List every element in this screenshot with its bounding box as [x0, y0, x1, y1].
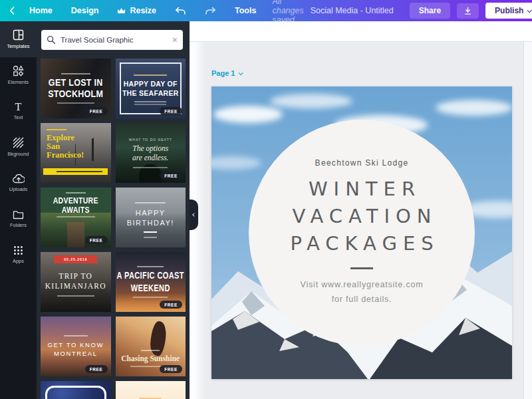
sidebar-item-label: Uploads: [9, 186, 28, 192]
design-details-text[interactable]: Visit www.reallygreatsite.com: [301, 278, 424, 293]
download-button[interactable]: [457, 3, 479, 19]
apps-grid-icon: [13, 245, 23, 255]
text-icon: T: [15, 102, 22, 112]
thumb-text: TRIP TO KILIMANJARO: [41, 252, 111, 312]
design-title-line[interactable]: PACKAGES: [284, 230, 439, 257]
design-divider: [350, 267, 373, 269]
menu-home-label: Home: [29, 6, 53, 15]
template-thumb[interactable]: HAPPY BIRTHDAY!: [116, 188, 186, 247]
thumb-title: A PACIFIC COAST WEEKEND: [117, 269, 184, 294]
redo-icon: [205, 7, 216, 15]
template-thumb[interactable]: WHAT TO DO NEXT?The options are endless.…: [116, 123, 186, 183]
thumb-title: HAPPY BIRTHDAY!: [127, 208, 174, 228]
menu-tools[interactable]: Tools: [225, 6, 265, 15]
page-selector[interactable]: Page 1: [211, 69, 242, 77]
sidebar-item-apps[interactable]: Apps: [0, 237, 37, 273]
share-button[interactable]: Share: [410, 3, 450, 19]
template-thumb[interactable]: [41, 381, 111, 399]
chevron-down-icon: [527, 8, 532, 13]
free-badge: FREE: [85, 107, 108, 115]
share-label: Share: [419, 6, 441, 15]
thumb-title: TRIP TO KILIMANJARO: [45, 271, 106, 291]
template-thumb[interactable]: 05.25.2019TRIP TO KILIMANJARO: [41, 252, 111, 312]
upload-cloud-icon: [13, 174, 25, 184]
sidebar-rail: Templates Elements T Text Bkground Uploa…: [0, 21, 37, 399]
free-badge: FREE: [85, 365, 108, 373]
page-label-text: Page 1: [211, 69, 235, 77]
publish-button[interactable]: Publish: [485, 3, 532, 19]
design-title-line[interactable]: WINTER: [303, 176, 421, 203]
redo-button[interactable]: [196, 7, 225, 15]
thumb-text: HAPPY BIRTHDAY!: [116, 188, 186, 247]
menu-design[interactable]: Design: [62, 6, 108, 15]
free-badge: FREE: [160, 301, 182, 309]
free-badge: FREE: [160, 172, 182, 180]
sidebar-item-label: Apps: [13, 258, 24, 264]
template-thumb[interactable]: Explore San Francisco!: [41, 123, 111, 183]
publish-label: Publish: [495, 6, 523, 15]
design-title-line[interactable]: VACATION: [287, 203, 438, 230]
save-status: All changes saved: [265, 0, 310, 25]
thumb-text: Explore San Francisco!: [41, 123, 111, 183]
templates-icon: [13, 29, 24, 41]
app-window: Home Design Resize Tools All changes sav…: [0, 0, 532, 399]
menu-resize[interactable]: Resize: [108, 6, 166, 15]
thumb-title: The options are endless.: [132, 144, 169, 163]
thumb-title: GET LOST IN STOCKHOLM: [48, 77, 103, 99]
template-thumb[interactable]: Chasing SunshineFREE: [116, 317, 186, 376]
thumb-title: Explore San Francisco!: [47, 134, 84, 159]
sidebar-item-label: Templates: [7, 43, 29, 49]
panel-collapse-handle[interactable]: [190, 200, 198, 230]
sidebar-item-folders[interactable]: Folders: [0, 201, 37, 237]
thumb-text: [41, 381, 111, 399]
sidebar-item-label: Elements: [8, 79, 29, 85]
search-input[interactable]: [61, 36, 168, 44]
elements-icon: [13, 65, 24, 76]
canvas-scrollbar[interactable]: [523, 42, 532, 399]
thumb-title: Chasing Sunshine: [121, 354, 180, 362]
chevron-left-icon: [192, 213, 196, 217]
free-badge: FREE: [160, 107, 182, 115]
search-icon: [47, 35, 56, 45]
menu-home[interactable]: Home: [20, 6, 62, 15]
free-badge: FREE: [85, 236, 108, 244]
search-box: ×: [41, 30, 183, 50]
chevron-left-icon: [9, 7, 15, 15]
undo-button[interactable]: [166, 7, 196, 15]
background-icon: [13, 137, 24, 148]
sidebar-item-uploads[interactable]: Uploads: [0, 165, 37, 201]
sidebar-item-elements[interactable]: Elements: [0, 57, 37, 93]
download-icon: [464, 7, 472, 15]
template-thumb[interactable]: A PACIFIC COAST WEEKENDFREE: [116, 252, 186, 312]
menu-tools-label: Tools: [235, 6, 256, 15]
menu-resize-label: Resize: [130, 6, 156, 15]
canvas-area: Page 1: [190, 21, 532, 399]
thumb-title: ADVENTURE AWAITS: [41, 196, 111, 214]
design-page[interactable]: Beechtown Ski Lodge WINTER VACATION PACK…: [211, 86, 512, 379]
sidebar-item-label: Bkground: [7, 151, 29, 157]
document-title[interactable]: Social Media - Untitled: [311, 6, 394, 15]
template-thumb[interactable]: [116, 381, 186, 399]
clear-search-icon[interactable]: ×: [172, 35, 178, 45]
crown-icon: [117, 7, 126, 14]
thumb-subtitle: WHAT TO DO NEXT?: [129, 138, 172, 142]
design-circle-frame[interactable]: Beechtown Ski Lodge WINTER VACATION PACK…: [249, 120, 475, 346]
design-details-text[interactable]: for full details.: [332, 293, 392, 307]
sidebar-item-background[interactable]: Bkground: [0, 129, 37, 165]
thumb-title: GET TO KNOW MONTREAL: [47, 340, 104, 358]
template-thumb[interactable]: ADVENTURE AWAITSFREE: [41, 188, 111, 247]
sidebar-item-label: Folders: [10, 222, 27, 228]
design-brand-text[interactable]: Beechtown Ski Lodge: [315, 158, 409, 168]
menu-design-label: Design: [71, 6, 99, 15]
template-thumb[interactable]: GET TO KNOW MONTREALFREE: [41, 317, 111, 376]
sidebar-item-templates[interactable]: Templates: [0, 21, 37, 57]
chevron-down-icon: [239, 70, 243, 75]
back-button[interactable]: [0, 7, 20, 15]
template-thumb[interactable]: HAPPY DAY OF THE SEAFARERFREE: [116, 59, 186, 118]
template-thumb[interactable]: GET LOST IN STOCKHOLMFREE: [41, 59, 111, 118]
top-bar: Home Design Resize Tools All changes sav…: [0, 0, 532, 21]
sidebar-item-text[interactable]: T Text: [0, 93, 37, 129]
sidebar-item-label: Text: [14, 114, 23, 120]
template-grid: GET LOST IN STOCKHOLMFREEHAPPY DAY OF TH…: [41, 59, 186, 399]
thumb-text: [116, 381, 186, 399]
